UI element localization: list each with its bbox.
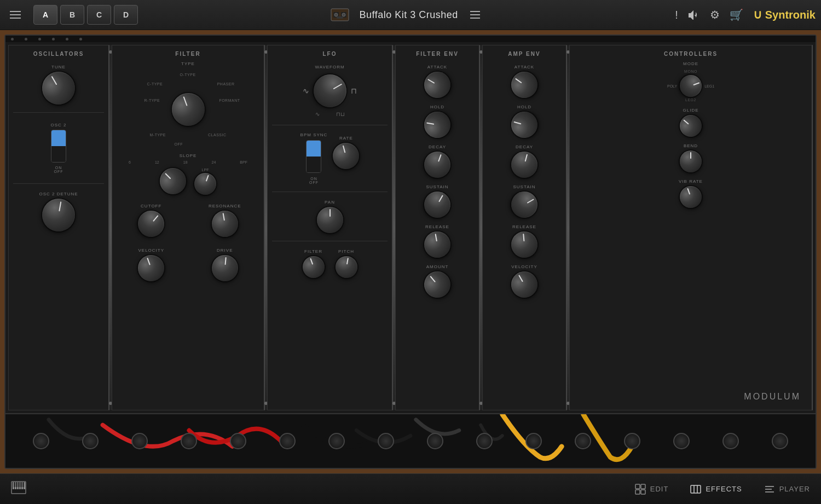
bpm-sync-toggle[interactable] xyxy=(306,140,321,173)
panel-dot xyxy=(38,38,41,40)
jack-11[interactable] xyxy=(525,433,542,449)
edit-button[interactable]: EDIT xyxy=(635,484,669,495)
slope-knob[interactable] xyxy=(154,163,192,200)
player-button[interactable]: PLAYER xyxy=(764,484,810,495)
vib-rate-knob[interactable] xyxy=(677,183,704,211)
osc2-on xyxy=(51,130,66,146)
filter-type-knob[interactable] xyxy=(167,89,209,131)
jack-3[interactable] xyxy=(131,433,148,449)
bend-label: BEND xyxy=(684,143,698,148)
mode-label: MODE xyxy=(683,61,698,66)
filter-mode-knob[interactable] xyxy=(191,170,219,198)
lfo-pan-knob[interactable] xyxy=(317,207,343,233)
cutoff-knob[interactable] xyxy=(132,205,170,242)
svg-rect-15 xyxy=(18,482,20,487)
tune-knob-container: TUNE xyxy=(42,65,75,105)
bend-knob[interactable] xyxy=(680,150,702,172)
menu-icon[interactable] xyxy=(5,5,25,25)
fenv-decay-container: DECAY xyxy=(424,144,450,178)
lfo-waveform-knob[interactable] xyxy=(308,68,352,113)
preset-d-button[interactable]: D xyxy=(114,5,138,25)
jack-1[interactable] xyxy=(33,433,49,449)
svg-rect-17 xyxy=(22,482,24,487)
aenv-release-label: RELEASE xyxy=(512,224,536,229)
jack-6[interactable] xyxy=(279,433,296,449)
fenv-attack-label: ATTACK xyxy=(427,65,447,69)
jack-15[interactable] xyxy=(722,433,739,449)
volume-icon[interactable] xyxy=(688,10,700,20)
sine-symbol: ∿ xyxy=(303,86,309,95)
cables-area xyxy=(5,413,816,468)
aenv-attack-knob[interactable] xyxy=(506,67,543,103)
syntronik-logo: ∪ Syntronik xyxy=(753,8,816,22)
mode-knob[interactable] xyxy=(677,72,704,100)
filter-velocity-knob[interactable] xyxy=(134,251,168,285)
cassette-icon xyxy=(329,7,351,23)
fenv-release-knob[interactable] xyxy=(422,229,453,260)
svg-rect-18 xyxy=(635,484,640,489)
off-label: OFF xyxy=(175,142,183,146)
fenv-attack-knob[interactable] xyxy=(419,67,455,103)
aenv-release-knob[interactable] xyxy=(510,230,539,259)
player-label: PLAYER xyxy=(779,485,810,493)
tune-label: TUNE xyxy=(51,65,66,69)
jack-5[interactable] xyxy=(230,433,246,449)
aenv-hold-knob[interactable] xyxy=(508,109,541,141)
osc2-detune-knob[interactable] xyxy=(39,196,78,234)
amp-env-module: AMP ENV ATTACK HOLD DECAY xyxy=(482,45,567,410)
piano-icon[interactable] xyxy=(11,481,26,497)
jack-16[interactable] xyxy=(772,433,788,449)
lfo-rate-knob[interactable] xyxy=(330,140,362,172)
osc2-toggle[interactable] xyxy=(51,130,66,163)
amp-env-title: AMP ENV xyxy=(508,51,540,57)
jack-13[interactable] xyxy=(624,433,640,449)
svg-rect-16 xyxy=(20,482,22,487)
jack-8[interactable] xyxy=(378,433,394,449)
preset-b-button[interactable]: B xyxy=(60,5,84,25)
step-symbol: ⊓ xyxy=(351,86,357,95)
glide-knob[interactable] xyxy=(675,111,706,141)
aenv-hold-label: HOLD xyxy=(517,105,531,109)
fenv-decay-knob[interactable] xyxy=(420,148,454,182)
jack-4[interactable] xyxy=(181,433,197,449)
drive-knob[interactable] xyxy=(211,254,239,282)
lfo-divider3 xyxy=(272,241,388,241)
resonance-knob[interactable] xyxy=(210,208,240,239)
lfo-pitch-knob[interactable] xyxy=(333,254,359,280)
top-bar-right: ! ⚙ 🛒 ∪ Syntronik xyxy=(675,8,816,22)
filter-env-module: FILTER ENV ATTACK HOLD DECAY xyxy=(395,45,480,410)
tune-knob[interactable] xyxy=(36,66,81,111)
fenv-amount-knob[interactable] xyxy=(419,266,456,303)
settings-icon[interactable]: ⚙ xyxy=(710,8,720,21)
jack-14[interactable] xyxy=(673,433,690,449)
controllers-knobs: MODE MONO POLY LEG1 LEG2 GLIDE xyxy=(574,61,807,211)
slope-label: SLOPE xyxy=(180,153,197,158)
aenv-decay-knob[interactable] xyxy=(508,149,541,181)
jack-7[interactable] xyxy=(328,433,345,449)
svg-rect-14 xyxy=(16,482,18,487)
jack-2[interactable] xyxy=(82,433,99,449)
jack-10[interactable] xyxy=(476,433,493,449)
jack-12[interactable] xyxy=(575,433,591,449)
aenv-velocity-label: VELOCITY xyxy=(511,264,537,269)
preset-a-button[interactable]: A xyxy=(33,5,57,25)
bpm-sync-label: BPM SYNC xyxy=(300,132,328,137)
fenv-sustain-knob[interactable] xyxy=(419,187,455,223)
effects-button[interactable]: EFFECTS xyxy=(690,484,742,495)
alert-icon[interactable]: ! xyxy=(675,9,678,21)
fenv-hold-knob[interactable] xyxy=(422,109,453,140)
fenv-amount-container: AMOUNT xyxy=(424,264,450,298)
jack-9[interactable] xyxy=(427,433,443,449)
aenv-velocity-knob[interactable] xyxy=(506,267,542,303)
osc2-off xyxy=(51,146,66,162)
preset-menu-button[interactable] xyxy=(466,6,484,24)
leg2-label: LEG2 xyxy=(685,98,696,102)
lfo-pitch-container: PITCH xyxy=(336,249,357,278)
lfo-pitch-label: PITCH xyxy=(338,249,354,254)
preset-c-button[interactable]: C xyxy=(87,5,111,25)
filter-title: FILTER xyxy=(175,51,200,57)
aenv-sustain-knob[interactable] xyxy=(506,187,542,223)
cables-svg xyxy=(5,414,816,468)
cart-icon[interactable]: 🛒 xyxy=(730,8,743,21)
lfo-filter-knob[interactable] xyxy=(299,253,327,281)
